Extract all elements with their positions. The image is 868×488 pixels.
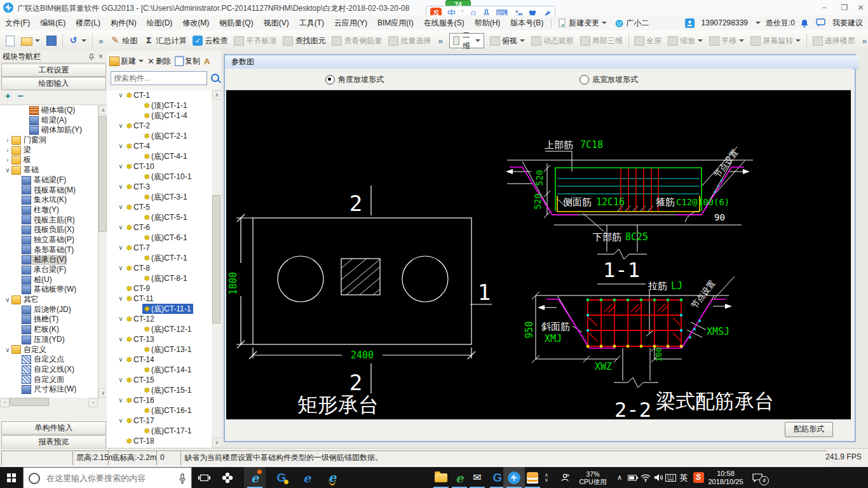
notes-icon[interactable] — [522, 467, 543, 488]
component-tree-row[interactable]: ∨✱CT-12 — [107, 314, 212, 324]
sogou-tray-icon[interactable]: S — [691, 467, 705, 488]
tree-arrow-icon[interactable]: › — [4, 155, 11, 165]
平移-button[interactable]: 平移 — [707, 34, 747, 48]
scroll-thumb[interactable] — [98, 116, 107, 232]
component-tree-row[interactable]: ∨✱CT-10 — [107, 161, 212, 172]
mail-icon[interactable]: ✉ — [466, 467, 488, 488]
delete-component-button[interactable]: ✕ 删除 — [147, 56, 171, 67]
批量选择-button[interactable]: 批量选择 — [386, 34, 433, 48]
sidebar-item[interactable]: 自定义点 — [0, 355, 98, 365]
全屏-button[interactable]: 全屏 — [632, 34, 664, 48]
close-button[interactable]: ✕ — [853, 1, 868, 14]
scroll-up-icon[interactable]: ∧ — [212, 90, 222, 100]
tree-arrow-icon[interactable]: ∨ — [117, 141, 125, 151]
sidebar-item[interactable]: 筏板主筋(R) — [0, 215, 98, 226]
sidebar-item[interactable]: ›门窗洞 — [0, 135, 98, 146]
sidebar-item[interactable]: 基础板带(W) — [0, 285, 98, 295]
component-tree-row[interactable]: ✱(底)CT-6-1 — [107, 233, 212, 243]
component-tree-row[interactable]: ✱CT-18 — [107, 436, 212, 446]
tree-arrow-icon[interactable]: ∨ — [117, 222, 125, 233]
open-folder-button[interactable] — [18, 34, 43, 47]
component-tree-row[interactable]: ✱(底)CT-14-1 — [107, 365, 212, 375]
tray-expand-icon[interactable]: ∧ — [614, 467, 625, 488]
sidebar-item[interactable]: 栏板(K) — [0, 325, 98, 335]
屏幕旋转-button[interactable]: 屏幕旋转 — [748, 34, 803, 48]
sidebar-item[interactable]: 桩承台(V) — [0, 255, 98, 265]
tree-arrow-icon[interactable]: ∨ — [117, 90, 125, 100]
sidebar-item[interactable]: 柱墩(Y) — [0, 205, 98, 215]
radio-off-icon[interactable] — [580, 75, 589, 85]
tree-arrow-icon[interactable]: ∨ — [117, 395, 125, 405]
taskbar-search[interactable] — [23, 467, 192, 488]
new-component-button[interactable]: 新建 — [109, 56, 144, 67]
component-tree-row[interactable]: ∨✱CT-17 — [107, 416, 212, 426]
tree-arrow-icon[interactable]: ∨ — [4, 295, 11, 305]
menu-item-3[interactable]: 构件(N) — [105, 16, 142, 30]
notification-center-icon[interactable]: 4 — [749, 467, 766, 488]
ie-icon[interactable]: e — [244, 467, 266, 488]
menu-item-4[interactable]: 绘图(D) — [142, 16, 178, 30]
sidebar-item[interactable]: 后浇带(JD) — [0, 305, 98, 315]
component-tree-row[interactable]: ✱(底)CT-12-1 — [107, 324, 212, 334]
查找图元-button[interactable]: 查找图元 — [280, 34, 328, 48]
tree-arrow-icon[interactable]: ∨ — [117, 202, 125, 212]
sidebar-item[interactable]: ›梁 — [0, 146, 98, 156]
sidebar-item[interactable]: 压顶(YD) — [0, 335, 98, 345]
people-icon[interactable] — [557, 467, 573, 488]
save-button[interactable] — [44, 34, 59, 47]
assistant-button[interactable]: 广小二 — [611, 18, 653, 29]
汇总计算-button[interactable]: Σ汇总计算 — [141, 34, 189, 48]
menu-item-9[interactable]: 云应用(Y) — [329, 16, 372, 30]
sidebar-item[interactable]: ›板 — [0, 155, 98, 165]
volume-icon[interactable] — [652, 467, 665, 488]
component-tree-row[interactable]: ∨✱CT-1 — [107, 90, 212, 100]
component-tree-row[interactable]: ✱(底)CT-10-1 — [107, 172, 212, 182]
sidebar-item[interactable]: ∨基础 — [0, 165, 98, 175]
component-tree-row[interactable]: ✱(底)CT-15-1 — [107, 385, 212, 395]
sidebar-scrollbar[interactable]: ∧ ∨ — [98, 105, 107, 398]
chevron-down-icon[interactable] — [756, 22, 761, 24]
云检查-button[interactable]: ✓云检查 — [190, 34, 230, 48]
component-tree-row[interactable]: ✱(底)CT-7-1 — [107, 253, 212, 263]
sidebar-item[interactable]: 承台梁(F) — [0, 265, 98, 275]
single-component-input-button[interactable]: 单构件输入 — [1, 421, 106, 435]
menu-item-11[interactable]: 在线服务(S) — [419, 16, 470, 30]
sidebar-item[interactable]: 自定义面 — [0, 375, 98, 385]
component-tree-row[interactable]: ∨✱CT-13 — [107, 334, 212, 344]
component-tree-row[interactable]: ∨✱CT-2 — [107, 121, 212, 131]
rebar-form-button[interactable]: 配筋形式 — [785, 422, 833, 437]
scroll-thumb[interactable] — [212, 195, 220, 323]
menu-item-6[interactable]: 钢筋量(Q) — [214, 16, 258, 30]
component-tree-row[interactable]: ∨✱CT-15 — [107, 375, 212, 385]
sidebar-item[interactable]: 挑檐(T) — [0, 315, 98, 325]
copy-component-button[interactable]: 复制 — [175, 56, 200, 67]
component-tree-row[interactable]: ✱(底)CT-13-1 — [107, 344, 212, 355]
sidebar-item[interactable]: 砌体加筋(Y) — [0, 125, 98, 135]
tree-arrow-icon[interactable]: ∨ — [117, 416, 125, 426]
menu-item-7[interactable]: 视图(V) — [259, 16, 294, 30]
component-tree-row[interactable]: ✱(底)CT-17-1 — [107, 426, 212, 436]
绘图-button[interactable]: ✎绘图 — [107, 34, 140, 48]
search-icon[interactable] — [211, 74, 219, 82]
battery-icon[interactable] — [627, 467, 639, 488]
new-change-button[interactable]: 新建变更 — [554, 18, 611, 29]
angle-slope-radio[interactable]: 角度放坡形式 — [325, 74, 384, 85]
menu-item-5[interactable]: 修改(M) — [177, 16, 214, 30]
sidebar-item[interactable]: 桩(U) — [0, 275, 98, 285]
tree-arrow-icon[interactable]: ∨ — [4, 165, 11, 175]
expand-all-icon[interactable]: + — [5, 90, 11, 101]
component-tree-row[interactable]: ✱(顶)CT-1-1 — [107, 100, 212, 111]
taskbar-overflow[interactable]: ∧∨ — [541, 467, 552, 488]
tree-arrow-icon[interactable]: ∨ — [117, 355, 125, 365]
suggest-link[interactable]: 我要建议 — [832, 18, 863, 29]
sidebar-item[interactable]: ∨其它 — [0, 295, 98, 305]
动态观察-button[interactable]: 动态观察 — [529, 34, 576, 48]
tree-arrow-icon[interactable]: ∨ — [117, 334, 125, 344]
sidebar-item[interactable]: 筏板负筋(X) — [0, 225, 98, 235]
maximize-button[interactable]: ❐ — [836, 1, 853, 14]
panel-close-icon[interactable]: × — [98, 52, 103, 61]
bell-icon[interactable] — [800, 18, 809, 28]
undo-button[interactable]: ↺ — [66, 34, 89, 47]
cost-beans[interactable]: 造价豆:0 — [766, 18, 795, 29]
tree-arrow-icon[interactable]: ∨ — [117, 121, 125, 131]
